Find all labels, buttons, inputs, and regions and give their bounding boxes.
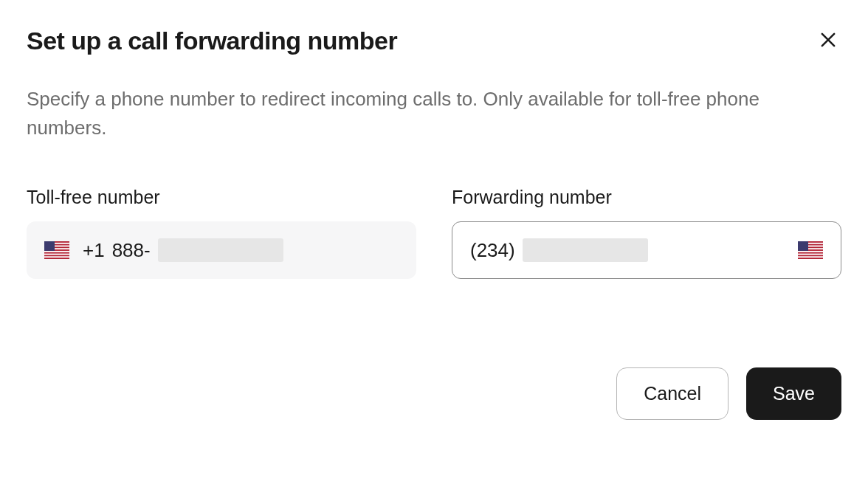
forwarding-field: Forwarding number (234) bbox=[452, 187, 841, 279]
dialog-footer: Cancel Save bbox=[27, 367, 841, 420]
svg-rect-14 bbox=[798, 251, 823, 252]
toll-free-label: Toll-free number bbox=[27, 187, 416, 208]
forwarding-redacted bbox=[523, 238, 648, 262]
fields-row: Toll-free number +1 888- bbox=[27, 187, 841, 279]
toll-free-input: +1 888- bbox=[27, 221, 416, 279]
dialog-title: Set up a call forwarding number bbox=[27, 27, 397, 55]
svg-rect-15 bbox=[798, 254, 823, 255]
toll-free-area-code: 888- bbox=[112, 239, 151, 262]
forwarding-label: Forwarding number bbox=[452, 187, 841, 208]
svg-rect-17 bbox=[798, 241, 808, 251]
us-flag-icon[interactable] bbox=[798, 241, 823, 259]
forwarding-area-code: (234) bbox=[470, 239, 515, 262]
cancel-button[interactable]: Cancel bbox=[616, 367, 728, 420]
dialog-header: Set up a call forwarding number bbox=[27, 27, 841, 55]
dialog-description: Specify a phone number to redirect incom… bbox=[27, 85, 824, 142]
svg-rect-8 bbox=[44, 256, 69, 258]
close-icon bbox=[818, 30, 838, 52]
toll-free-redacted bbox=[158, 238, 283, 262]
svg-rect-9 bbox=[44, 241, 55, 251]
toll-free-number-text: +1 888- bbox=[83, 238, 283, 262]
us-flag-icon bbox=[44, 241, 69, 259]
forwarding-number-text: (234) bbox=[470, 238, 785, 262]
toll-free-field: Toll-free number +1 888- bbox=[27, 187, 416, 279]
forwarding-input[interactable]: (234) bbox=[452, 221, 841, 279]
svg-rect-6 bbox=[44, 251, 69, 252]
close-button[interactable] bbox=[815, 27, 841, 55]
toll-free-country-prefix: +1 bbox=[83, 239, 105, 262]
save-button[interactable]: Save bbox=[746, 367, 841, 420]
svg-rect-16 bbox=[798, 256, 823, 258]
svg-rect-7 bbox=[44, 254, 69, 255]
